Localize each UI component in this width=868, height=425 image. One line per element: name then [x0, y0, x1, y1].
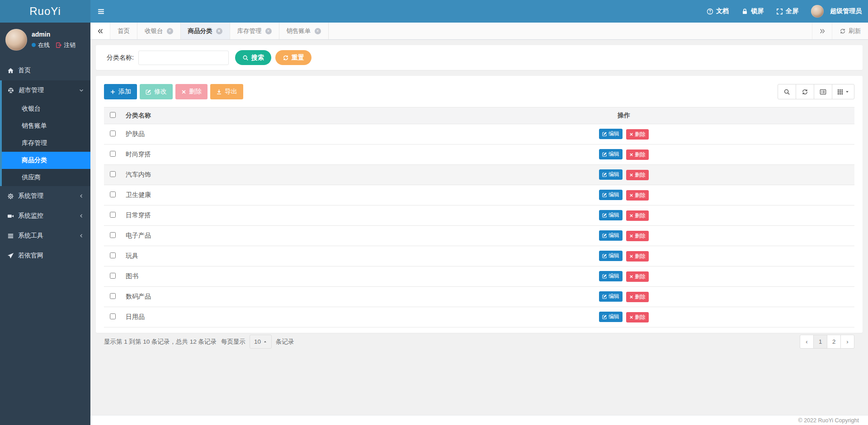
- search-panel: 分类名称: 搜索 重置: [96, 45, 863, 70]
- row-edit-button[interactable]: 编辑: [599, 312, 623, 322]
- row-delete-button[interactable]: 删除: [626, 149, 649, 160]
- x-icon: [629, 315, 633, 319]
- fullscreen-icon: [776, 8, 783, 15]
- row-checkbox[interactable]: [110, 273, 116, 279]
- category-name-label: 分类名称:: [107, 54, 134, 62]
- scales-icon: [7, 87, 14, 94]
- sidebar-item-category[interactable]: 商品分类: [2, 152, 90, 169]
- delete-button[interactable]: 删除: [175, 84, 208, 99]
- page-button-1[interactable]: 1: [813, 335, 827, 349]
- docs-link[interactable]: 文档: [700, 0, 735, 23]
- row-edit-button[interactable]: 编辑: [599, 210, 623, 220]
- edit-button[interactable]: 修改: [140, 84, 173, 99]
- page-footer: © 2022 RuoYi Copyright: [90, 415, 868, 425]
- tab-category[interactable]: 商品分类 ×: [181, 23, 230, 39]
- row-edit-button[interactable]: 编辑: [599, 230, 623, 241]
- sidebar-item-supplier[interactable]: 供应商: [2, 169, 90, 186]
- row-checkbox[interactable]: [110, 151, 116, 157]
- row-checkbox[interactable]: [110, 232, 116, 238]
- sidebar-item-system-monitor[interactable]: 系统监控: [0, 206, 90, 226]
- row-edit-button[interactable]: 编辑: [599, 169, 623, 180]
- tab-inventory[interactable]: 库存管理 ×: [230, 23, 279, 39]
- edit-icon: [602, 314, 607, 319]
- x-icon: [181, 89, 186, 94]
- row-checkbox[interactable]: [110, 252, 116, 258]
- fullscreen-button[interactable]: 全屏: [770, 0, 805, 23]
- row-delete-button[interactable]: 删除: [626, 210, 649, 221]
- row-checkbox[interactable]: [110, 131, 116, 136]
- columns-dropdown-button[interactable]: [832, 84, 854, 99]
- row-edit-button[interactable]: 编辑: [599, 129, 623, 139]
- sidebar: RuoYi admin 在线 注销 首页: [0, 0, 90, 425]
- pagination-info: 显示第 1 到第 10 条记录，总共 12 条记录: [104, 338, 217, 346]
- home-icon: [7, 67, 14, 74]
- table-view-controls: [778, 84, 854, 99]
- row-delete-button[interactable]: 删除: [626, 170, 649, 180]
- close-icon[interactable]: ×: [216, 28, 222, 34]
- sidebar-toggle-button[interactable]: [90, 0, 111, 23]
- row-edit-button[interactable]: 编辑: [599, 190, 623, 200]
- page-button-2[interactable]: 2: [827, 335, 841, 349]
- close-icon[interactable]: ×: [315, 28, 321, 34]
- sidebar-item-system-admin[interactable]: 系统管理: [0, 186, 90, 206]
- search-button[interactable]: 搜索: [235, 50, 271, 65]
- row-checkbox[interactable]: [110, 293, 116, 299]
- next-page-button[interactable]: ›: [840, 335, 854, 349]
- tabs-scroll-right-button[interactable]: [812, 23, 832, 39]
- reset-button[interactable]: 重置: [275, 50, 311, 65]
- select-all-checkbox[interactable]: [110, 112, 116, 118]
- category-name-input[interactable]: [138, 51, 229, 65]
- search-icon: [783, 89, 790, 95]
- refresh-table-button[interactable]: [796, 84, 814, 99]
- row-edit-button[interactable]: 编辑: [599, 271, 623, 281]
- sidebar-item-ruoyi-site[interactable]: 若依官网: [0, 246, 90, 266]
- close-icon[interactable]: ×: [167, 28, 173, 34]
- table-row: 图书 编辑 删除: [104, 266, 854, 287]
- row-delete-button[interactable]: 删除: [626, 292, 649, 302]
- export-button[interactable]: 导出: [210, 84, 243, 99]
- row-checkbox[interactable]: [110, 313, 116, 319]
- x-icon: [629, 214, 633, 218]
- sidebar-group-market: 超市管理 收银台 销售账单 库存管理 商品分类 供应商: [0, 80, 90, 186]
- row-edit-button[interactable]: 编辑: [599, 291, 623, 302]
- sidebar-item-system-tools[interactable]: 系统工具: [0, 226, 90, 246]
- category-name-cell: 护肤品: [122, 124, 393, 145]
- add-button[interactable]: 添加: [104, 84, 137, 99]
- hamburger-icon: [97, 8, 105, 15]
- chevron-left-icon: [79, 193, 84, 199]
- row-delete-button[interactable]: 删除: [626, 129, 649, 140]
- row-checkbox[interactable]: [110, 191, 116, 197]
- tab-home[interactable]: 首页: [110, 23, 137, 39]
- sidebar-item-market[interactable]: 超市管理: [2, 80, 90, 100]
- tab-sales-bill[interactable]: 销售账单 ×: [279, 23, 329, 39]
- table-row: 日常穿搭 编辑 删除: [104, 205, 854, 226]
- detail-view-button[interactable]: [814, 84, 832, 99]
- toggle-search-button[interactable]: [778, 84, 796, 99]
- row-delete-button[interactable]: 删除: [626, 231, 649, 241]
- row-checkbox[interactable]: [110, 212, 116, 218]
- row-delete-button[interactable]: 删除: [626, 312, 649, 322]
- sidebar-item-cashier[interactable]: 收银台: [2, 100, 90, 117]
- user-menu[interactable]: 超级管理员: [805, 0, 868, 23]
- close-icon[interactable]: ×: [265, 28, 272, 34]
- tabs-scroll-left-button[interactable]: [90, 23, 110, 39]
- sidebar-item-sales-bill[interactable]: 销售账单: [2, 117, 90, 135]
- tab-cashier[interactable]: 收银台 ×: [137, 23, 181, 39]
- row-edit-button[interactable]: 编辑: [599, 149, 623, 159]
- x-icon: [629, 132, 633, 136]
- category-table: 分类名称 操作 护肤品 编辑 删除 时尚穿搭: [104, 107, 854, 327]
- row-checkbox[interactable]: [110, 171, 116, 177]
- row-delete-button[interactable]: 删除: [626, 271, 649, 282]
- sidebar-item-inventory[interactable]: 库存管理: [2, 135, 90, 152]
- row-edit-button[interactable]: 编辑: [599, 251, 623, 261]
- page-size-select[interactable]: 10: [250, 335, 272, 349]
- logout-link[interactable]: 注销: [56, 41, 75, 49]
- prev-page-button[interactable]: ‹: [800, 335, 814, 349]
- sidebar-item-home[interactable]: 首页: [0, 61, 90, 80]
- row-delete-button[interactable]: 删除: [626, 251, 649, 262]
- lock-screen-button[interactable]: 锁屏: [735, 0, 770, 23]
- refresh-tab-button[interactable]: 刷新: [832, 23, 868, 39]
- top-header: 文档 锁屏 全屏 超级管理员: [90, 0, 868, 23]
- user-avatar: [5, 29, 27, 51]
- row-delete-button[interactable]: 删除: [626, 190, 649, 201]
